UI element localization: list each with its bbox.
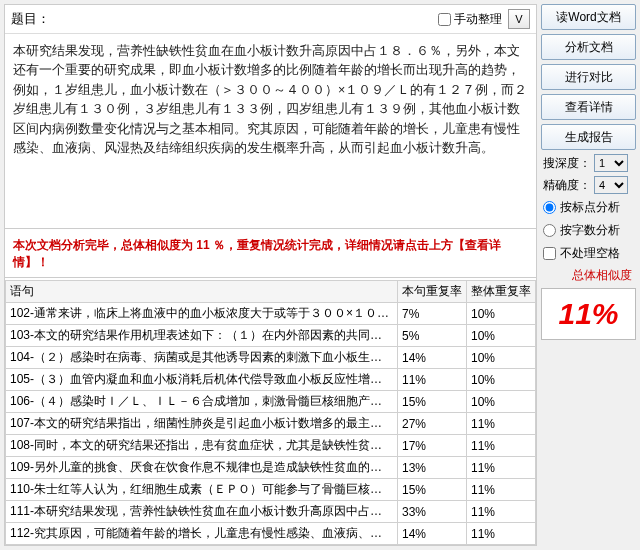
table-cell: 106-（４）感染时Ｉ／Ｌ、ＩＬ－６合成增加，刺激骨髓巨核细胞产生血小板增多【４… — [6, 391, 398, 413]
similarity-box: 11% — [541, 288, 636, 340]
table-cell: 112-究其原因，可能随着年龄的增长，儿童患有慢性感染、血液病、风湿热及结缔组织… — [6, 523, 398, 545]
content-text: 本研究结果发现，营养性缺铁性贫血在血小板计数升高原因中占１８．６％，另外，本文还… — [5, 36, 536, 229]
table-cell: 5% — [398, 325, 467, 347]
table-cell: 11% — [467, 501, 536, 523]
table-cell: 11% — [467, 523, 536, 545]
table-cell: 11% — [467, 479, 536, 501]
radio-punct[interactable] — [543, 201, 556, 214]
table-header: 本句重复率 — [398, 281, 467, 303]
table-header: 语句 — [6, 281, 398, 303]
table-cell: 107-本文的研究结果指出，细菌性肺炎是引起血小板计数增多的最主要的因素，考虑.… — [6, 413, 398, 435]
table-row[interactable]: 106-（４）感染时Ｉ／Ｌ、ＩＬ－６合成增加，刺激骨髓巨核细胞产生血小板增多【４… — [6, 391, 536, 413]
analyze-button[interactable]: 分析文档 — [541, 34, 636, 60]
table-cell: 33% — [398, 501, 467, 523]
nospace-checkbox[interactable] — [543, 247, 556, 260]
sidebar: 读Word文档 分析文档 进行对比 查看详情 生成报告 搜深度： 1 精确度： … — [541, 4, 636, 546]
table-row[interactable]: 110-朱士红等人认为，红细胞生成素（ＥＰＯ）可能参与了骨髓巨核系祖细胞增殖和分… — [6, 479, 536, 501]
radio-punct-label: 按标点分析 — [560, 199, 620, 216]
table-cell: 102-通常来讲，临床上将血液中的血小板浓度大于或等于３００×１０９／Ｌ的情况称… — [6, 303, 398, 325]
radio-words[interactable] — [543, 224, 556, 237]
table-cell: 10% — [467, 347, 536, 369]
v-button[interactable]: V — [508, 9, 530, 29]
table-cell: 13% — [398, 457, 467, 479]
table-cell: 27% — [398, 413, 467, 435]
table-row[interactable]: 108-同时，本文的研究结果还指出，患有贫血症状，尤其是缺铁性贫血也是造成血小板… — [6, 435, 536, 457]
table-row[interactable]: 104-（２）感染时在病毒、病菌或是其他诱导因素的刺激下血小板生成素（ＩＰＯ）的… — [6, 347, 536, 369]
table-cell: 14% — [398, 523, 467, 545]
table-cell: 7% — [398, 303, 467, 325]
compare-button[interactable]: 进行对比 — [541, 64, 636, 90]
similarity-label: 总体相似度 — [541, 267, 636, 284]
read-word-button[interactable]: 读Word文档 — [541, 4, 636, 30]
table-cell: 17% — [398, 435, 467, 457]
table-cell: 10% — [467, 369, 536, 391]
nospace-label: 不处理空格 — [560, 245, 620, 262]
table-cell: 103-本文的研究结果作用机理表述如下：（１）在内外部因素的共同作用下，体内的巨… — [6, 325, 398, 347]
table-row[interactable]: 102-通常来讲，临床上将血液中的血小板浓度大于或等于３００×１０９／Ｌ的情况称… — [6, 303, 536, 325]
status-bar: 本次文档分析完毕，总体相似度为 11 ％，重复情况统计完成，详细情况请点击上方【… — [5, 231, 536, 278]
detail-button[interactable]: 查看详情 — [541, 94, 636, 120]
table-cell: 10% — [467, 391, 536, 413]
table-cell: 11% — [467, 457, 536, 479]
report-button[interactable]: 生成报告 — [541, 124, 636, 150]
title-label: 题目： — [11, 10, 50, 28]
manual-checkbox[interactable] — [438, 13, 451, 26]
table-row[interactable]: 109-另外儿童的挑食、厌食在饮食作息不规律也是造成缺铁性贫血的主要因素。13%… — [6, 457, 536, 479]
table-row[interactable]: 105-（３）血管内凝血和血小板消耗后机体代偿导致血小板反应性增高。11%10% — [6, 369, 536, 391]
similarity-value: 11% — [558, 297, 618, 330]
accuracy-select[interactable]: 4 — [594, 176, 628, 194]
table-cell: 109-另外儿童的挑食、厌食在饮食作息不规律也是造成缺铁性贫血的主要因素。 — [6, 457, 398, 479]
table-cell: 105-（３）血管内凝血和血小板消耗后机体代偿导致血小板反应性增高。 — [6, 369, 398, 391]
table-cell: 14% — [398, 347, 467, 369]
table-cell: 10% — [467, 325, 536, 347]
depth-select[interactable]: 1 — [594, 154, 628, 172]
accuracy-label: 精确度： — [543, 177, 591, 194]
table-cell: 110-朱士红等人认为，红细胞生成素（ＥＰＯ）可能参与了骨髓巨核系祖细胞增殖和分… — [6, 479, 398, 501]
table-header: 整体重复率 — [467, 281, 536, 303]
table-cell: 11% — [467, 435, 536, 457]
result-table: 语句本句重复率整体重复率 102-通常来讲，临床上将血液中的血小板浓度大于或等于… — [5, 280, 536, 545]
table-cell: 104-（２）感染时在病毒、病菌或是其他诱导因素的刺激下血小板生成素（ＩＰＯ）的… — [6, 347, 398, 369]
manual-checkbox-label: 手动整理 — [454, 11, 502, 28]
table-cell: 15% — [398, 391, 467, 413]
table-row[interactable]: 111-本研究结果发现，营养性缺铁性贫血在血小板计数升高原因中占１８．６％，另外… — [6, 501, 536, 523]
table-cell: 15% — [398, 479, 467, 501]
table-cell: 11% — [398, 369, 467, 391]
table-row[interactable]: 107-本文的研究结果指出，细菌性肺炎是引起血小板计数增多的最主要的因素，考虑.… — [6, 413, 536, 435]
radio-words-label: 按字数分析 — [560, 222, 620, 239]
table-cell: 10% — [467, 303, 536, 325]
table-row[interactable]: 103-本文的研究结果作用机理表述如下：（１）在内外部因素的共同作用下，体内的巨… — [6, 325, 536, 347]
header-bar: 题目： 手动整理 V — [5, 5, 536, 34]
table-cell: 111-本研究结果发现，营养性缺铁性贫血在血小板计数升高原因中占１８．６％，另外… — [6, 501, 398, 523]
table-cell: 11% — [467, 413, 536, 435]
table-cell: 108-同时，本文的研究结果还指出，患有贫血症状，尤其是缺铁性贫血也是造成血小板… — [6, 435, 398, 457]
table-row[interactable]: 112-究其原因，可能随着年龄的增长，儿童患有慢性感染、血液病、风湿热及结缔组织… — [6, 523, 536, 545]
depth-label: 搜深度： — [543, 155, 591, 172]
